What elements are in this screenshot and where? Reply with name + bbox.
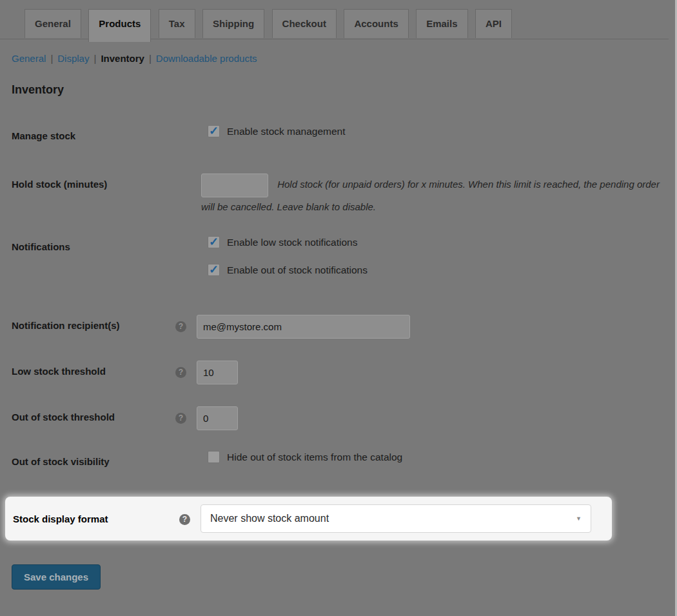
help-icon[interactable]: ? bbox=[175, 367, 186, 378]
subnav-link-downloadable-products[interactable]: Downloadable products bbox=[156, 53, 257, 64]
subnav-separator: | bbox=[93, 53, 96, 64]
out-of-stock-notifications-checkbox[interactable] bbox=[208, 264, 220, 276]
form-row-notifications: Notifications Enable low stock notificat… bbox=[0, 236, 677, 276]
subnav-link-general[interactable]: General bbox=[12, 53, 46, 64]
tab-tax[interactable]: Tax bbox=[159, 9, 195, 38]
form-row-out-of-stock-threshold: Out of stock threshold ? bbox=[0, 406, 677, 430]
field-label: Notifications bbox=[0, 236, 175, 252]
field-label: Notification recipient(s) bbox=[0, 315, 175, 331]
subnav-link-display[interactable]: Display bbox=[57, 53, 89, 64]
tab-products[interactable]: Products bbox=[88, 9, 151, 42]
subnav-separator: | bbox=[149, 53, 152, 64]
tab-emails[interactable]: Emails bbox=[416, 9, 467, 38]
form-row-out-of-stock-visibility: Out of stock visibility Hide out of stoc… bbox=[0, 451, 677, 467]
field-label: Stock display format bbox=[5, 513, 179, 524]
field-label: Out of stock threshold bbox=[0, 406, 175, 422]
subnav-current-inventory[interactable]: Inventory bbox=[101, 53, 144, 64]
stock-display-format-select[interactable]: Never show stock amount ▼ bbox=[201, 504, 591, 533]
checkbox-label: Enable out of stock notifications bbox=[227, 264, 368, 276]
low-stock-notifications-checkbox[interactable] bbox=[208, 236, 220, 248]
out-of-stock-threshold-input[interactable] bbox=[197, 406, 238, 430]
tab-checkout[interactable]: Checkout bbox=[272, 9, 337, 38]
form-row-hold-stock: Hold stock (minutes) Hold stock (for unp… bbox=[0, 174, 677, 217]
checkbox-label: Hide out of stock items from the catalog bbox=[227, 452, 402, 463]
form-row-manage-stock: Manage stock Enable stock management bbox=[0, 125, 677, 141]
checkbox-label: Enable low stock notifications bbox=[227, 237, 357, 248]
field-label: Hold stock (minutes) bbox=[0, 174, 175, 190]
field-label: Low stock threshold bbox=[0, 361, 175, 377]
tab-general[interactable]: General bbox=[25, 9, 81, 38]
subnav-separator: | bbox=[50, 53, 53, 64]
notification-recipients-input[interactable] bbox=[197, 315, 410, 339]
form-row-stock-display-format-highlight: Stock display format ? Never show stock … bbox=[5, 497, 612, 541]
selected-option: Never show stock amount bbox=[210, 513, 329, 524]
settings-tab-bar: General Products Tax Shipping Checkout A… bbox=[0, 0, 677, 39]
help-icon[interactable]: ? bbox=[179, 514, 190, 525]
products-subnav: General|Display|Inventory|Downloadable p… bbox=[12, 53, 677, 64]
hold-stock-description: Hold stock (for unpaid orders) for x min… bbox=[201, 179, 660, 212]
tab-shipping[interactable]: Shipping bbox=[202, 9, 264, 38]
help-icon[interactable]: ? bbox=[175, 321, 186, 332]
field-label: Out of stock visibility bbox=[0, 451, 175, 467]
manage-stock-checkbox[interactable] bbox=[208, 125, 220, 137]
chevron-down-icon: ▼ bbox=[576, 515, 582, 522]
save-changes-button[interactable]: Save changes bbox=[12, 564, 101, 590]
checkbox-label: Enable stock management bbox=[227, 126, 346, 137]
form-row-low-stock-threshold: Low stock threshold ? bbox=[0, 361, 677, 384]
hide-out-of-stock-checkbox[interactable] bbox=[208, 451, 220, 463]
form-row-notification-recipients: Notification recipient(s) ? bbox=[0, 315, 677, 339]
field-label: Manage stock bbox=[0, 125, 175, 141]
page-title: Inventory bbox=[12, 83, 677, 97]
tab-api[interactable]: API bbox=[475, 9, 512, 38]
hold-stock-input[interactable] bbox=[201, 174, 268, 197]
tab-accounts[interactable]: Accounts bbox=[344, 9, 408, 38]
help-icon[interactable]: ? bbox=[175, 413, 186, 424]
low-stock-threshold-input[interactable] bbox=[197, 361, 238, 384]
